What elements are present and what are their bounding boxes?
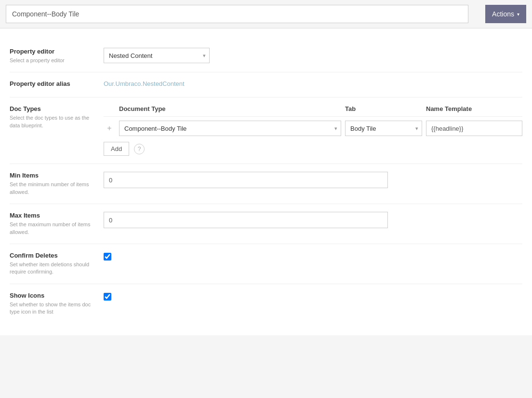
page-title-input[interactable]	[6, 5, 468, 23]
confirm-deletes-sublabel: Set whether item deletions should requir…	[10, 261, 94, 276]
main-content: Property editor Select a property editor…	[0, 28, 532, 335]
add-row: Add ?	[104, 142, 522, 156]
drag-handle-icon[interactable]: +	[104, 124, 115, 133]
max-items-label-block: Max Items Set the maximum number of item…	[10, 212, 94, 236]
alias-value: Our.Umbraco.NestedContent	[104, 78, 185, 87]
doc-types-section: Doc Types Select the doc types to use as…	[10, 97, 522, 164]
confirm-deletes-row: Confirm Deletes Set whether item deletio…	[10, 244, 522, 284]
doc-type-row: + Component--Body Tile Component--Header…	[104, 121, 522, 136]
doc-types-label-block: Doc Types Select the doc types to use as…	[10, 105, 94, 129]
top-bar: Actions ▾	[0, 0, 532, 28]
property-editor-alias-row: Property editor alias Our.Umbraco.Nested…	[10, 72, 522, 97]
doc-types-content: Document Type Tab Name Template + Compon…	[104, 105, 522, 156]
actions-label: Actions	[492, 10, 514, 18]
actions-button[interactable]: Actions ▾	[485, 5, 526, 23]
property-editor-row: Property editor Select a property editor…	[10, 40, 522, 72]
show-icons-heading: Show Icons	[10, 292, 94, 299]
tab-select-wrap: Body Tile Content Settings	[345, 121, 422, 136]
name-template-input[interactable]	[426, 121, 522, 136]
col-icon-header	[104, 105, 115, 112]
confirm-deletes-label-block: Confirm Deletes Set whether item deletio…	[10, 252, 94, 276]
property-editor-select[interactable]: Nested Content Text Box Rich Text Editor…	[104, 48, 210, 63]
min-items-input[interactable]	[104, 172, 388, 188]
doc-type-select-wrap: Component--Body Tile Component--Header C…	[119, 121, 341, 136]
confirm-deletes-heading: Confirm Deletes	[10, 252, 94, 259]
doc-types-sublabel: Select the doc types to use as the data …	[10, 114, 94, 129]
property-editor-content: Nested Content Text Box Rich Text Editor…	[104, 48, 522, 63]
actions-arrow-icon: ▾	[517, 12, 519, 17]
min-items-content	[104, 172, 522, 188]
col-nametemplate-header: Name Template	[426, 105, 522, 112]
property-editor-heading: Property editor	[10, 48, 94, 55]
help-icon[interactable]: ?	[134, 144, 145, 154]
min-items-row: Min Items Set the minimum number of item…	[10, 164, 522, 204]
confirm-deletes-checkbox[interactable]	[104, 253, 111, 261]
alias-label-block: Property editor alias	[10, 80, 94, 89]
show-icons-content	[104, 292, 522, 302]
max-items-content	[104, 212, 522, 228]
property-editor-select-wrap: Nested Content Text Box Rich Text Editor…	[104, 48, 210, 63]
doc-types-link[interactable]: to use as	[59, 115, 80, 121]
min-items-label-block: Min Items Set the minimum number of item…	[10, 172, 94, 196]
alias-heading: Property editor alias	[10, 80, 94, 87]
min-items-sublabel: Set the minimum number of items allowed.	[10, 181, 94, 196]
min-items-heading: Min Items	[10, 172, 94, 179]
show-icons-row: Show Icons Set whether to show the items…	[10, 284, 522, 324]
max-items-input[interactable]	[104, 212, 388, 228]
col-doctype-header: Document Type	[119, 105, 341, 112]
show-icons-sublabel: Set whether to show the items doc type i…	[10, 301, 94, 316]
alias-content: Our.Umbraco.NestedContent	[104, 80, 522, 87]
show-icons-label-block: Show Icons Set whether to show the items…	[10, 292, 94, 316]
col-tab-header: Tab	[345, 105, 422, 112]
max-items-sublabel: Set the maximum number of items allowed.	[10, 221, 94, 236]
doc-types-header-row: Doc Types Select the doc types to use as…	[10, 105, 522, 156]
doc-type-select[interactable]: Component--Body Tile Component--Header C…	[119, 121, 341, 136]
property-editor-sublabel: Select a property editor	[10, 57, 94, 64]
max-items-row: Max Items Set the maximum number of item…	[10, 204, 522, 244]
max-items-heading: Max Items	[10, 212, 94, 219]
doc-types-heading: Doc Types	[10, 105, 94, 112]
add-button[interactable]: Add	[104, 142, 129, 156]
property-editor-label-block: Property editor Select a property editor	[10, 48, 94, 64]
show-icons-checkbox[interactable]	[104, 293, 111, 301]
confirm-deletes-content	[104, 252, 522, 262]
doc-types-table-header: Document Type Tab Name Template	[104, 105, 522, 117]
tab-select[interactable]: Body Tile Content Settings	[345, 121, 422, 136]
